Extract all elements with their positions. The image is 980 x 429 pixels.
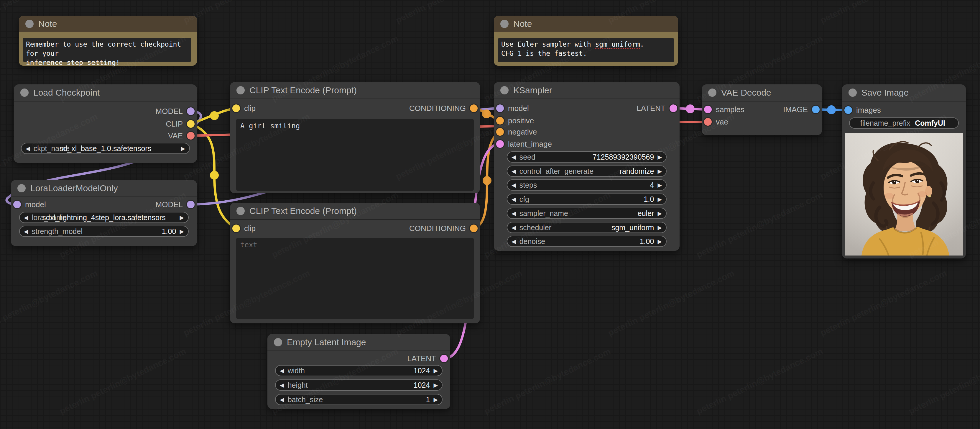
prompt-textarea[interactable]: text <box>236 238 474 319</box>
input-port-negative[interactable] <box>496 128 504 136</box>
widget-control-after-generate[interactable]: ◀ control_after_generate randomize ▶ <box>507 166 667 177</box>
node-status-dot[interactable] <box>500 20 509 28</box>
stepper-right-icon[interactable]: ▶ <box>657 239 662 244</box>
node-status-dot[interactable] <box>274 338 282 346</box>
widget-height[interactable]: ◀ height 1024 ▶ <box>275 380 442 391</box>
node-status-dot[interactable] <box>237 86 245 94</box>
link-dot-image[interactable] <box>827 105 836 114</box>
stepper-left-icon[interactable]: ◀ <box>512 211 516 216</box>
widget-cfg[interactable]: ◀ cfg 1.0 ▶ <box>507 193 667 205</box>
link-dot-clip-1[interactable] <box>210 111 219 120</box>
stepper-right-icon[interactable]: ▶ <box>180 215 184 220</box>
node-ksampler[interactable]: KSampler model positive negative latent_… <box>494 82 679 251</box>
node-clip-encode-positive[interactable]: CLIP Text Encode (Prompt) clip CONDITION… <box>230 82 480 193</box>
input-port-clip[interactable] <box>232 225 240 232</box>
output-port-model[interactable] <box>187 107 194 115</box>
link-dot-conditioning-2[interactable] <box>483 176 492 185</box>
node-status-dot[interactable] <box>500 86 509 94</box>
stepper-left-icon[interactable]: ◀ <box>24 215 28 220</box>
widget-strength-model[interactable]: ◀ strength_model 1.00 ▶ <box>19 226 189 237</box>
input-port-clip[interactable] <box>232 104 240 112</box>
node-header[interactable]: CLIP Text Encode (Prompt) <box>230 203 480 220</box>
node-status-dot[interactable] <box>237 207 245 215</box>
node-note-2-header[interactable]: Note <box>494 16 678 32</box>
input-port-samples[interactable] <box>704 105 712 113</box>
stepper-left-icon[interactable]: ◀ <box>280 383 284 388</box>
output-port-latent[interactable] <box>440 355 448 362</box>
stepper-right-icon[interactable]: ▶ <box>657 154 662 160</box>
node-header[interactable]: Empty Latent Image <box>267 334 450 351</box>
stepper-left-icon[interactable]: ◀ <box>25 146 30 152</box>
stepper-right-icon[interactable]: ▶ <box>433 368 438 373</box>
stepper-left-icon[interactable]: ◀ <box>512 169 516 174</box>
widget-sampler-name[interactable]: ◀ sampler_name euler ▶ <box>507 208 667 219</box>
node-note-1-header[interactable]: Note <box>19 16 197 32</box>
stepper-right-icon[interactable]: ▶ <box>433 397 438 402</box>
output-port-vae[interactable] <box>187 132 194 140</box>
stepper-left-icon[interactable]: ◀ <box>512 154 516 160</box>
widget-ckpt-name[interactable]: ◀ ckpt_name sd_xl_base_1.0.safetensors ▶ <box>21 143 190 154</box>
input-port-images[interactable] <box>845 106 852 114</box>
output-port-clip[interactable] <box>187 120 194 128</box>
output-port-model[interactable] <box>187 201 194 208</box>
input-port-model[interactable] <box>496 104 504 112</box>
node-header[interactable]: CLIP Text Encode (Prompt) <box>230 82 480 99</box>
input-port-vae[interactable] <box>704 118 712 126</box>
input-port-latent-image[interactable] <box>496 140 504 148</box>
stepper-left-icon[interactable]: ◀ <box>512 196 516 202</box>
stepper-right-icon[interactable]: ▶ <box>181 146 185 152</box>
node-note-1[interactable]: Note Remember to use the correct checkpo… <box>19 16 197 66</box>
node-empty-latent-image[interactable]: Empty Latent Image LATENT ◀ width 1024 ▶… <box>267 334 450 409</box>
widget-lora-name[interactable]: ◀ lora_name sdxl_lightning_4step_lora.sa… <box>19 212 189 223</box>
node-header[interactable]: Load Checkpoint <box>14 85 197 102</box>
node-note-2[interactable]: Note Use Euler sampler with sgm_uniform.… <box>494 16 678 66</box>
node-status-dot[interactable] <box>708 89 716 97</box>
widget-denoise[interactable]: ◀ denoise 1.00 ▶ <box>507 236 667 247</box>
node-lora-loader[interactable]: LoraLoaderModelOnly model MODEL ◀ lora_n… <box>11 180 197 246</box>
node-clip-encode-negative[interactable]: CLIP Text Encode (Prompt) clip CONDITION… <box>230 203 480 324</box>
widget-batch-size[interactable]: ◀ batch_size 1 ▶ <box>275 394 442 405</box>
stepper-right-icon[interactable]: ▶ <box>657 182 662 188</box>
stepper-right-icon[interactable]: ▶ <box>657 196 662 202</box>
node-header[interactable]: LoraLoaderModelOnly <box>11 180 197 197</box>
output-port-latent[interactable] <box>670 104 677 112</box>
node-save-image[interactable]: Save Image images filename_prefix ComfyU… <box>842 85 966 258</box>
stepper-right-icon[interactable]: ▶ <box>657 225 662 230</box>
link-dot-clip-2[interactable] <box>210 171 219 180</box>
input-port-positive[interactable] <box>496 117 504 124</box>
node-status-dot[interactable] <box>25 20 33 28</box>
stepper-left-icon[interactable]: ◀ <box>512 239 516 244</box>
comfyui-canvas[interactable]: { "icons": {"arrow_left": "◀", "arrow_ri… <box>0 0 980 429</box>
stepper-left-icon[interactable]: ◀ <box>280 397 284 402</box>
stepper-right-icon[interactable]: ▶ <box>657 169 662 174</box>
node-header[interactable]: Save Image <box>842 85 966 102</box>
stepper-right-icon[interactable]: ▶ <box>180 229 184 234</box>
widget-steps[interactable]: ◀ steps 4 ▶ <box>507 179 667 191</box>
stepper-left-icon[interactable]: ◀ <box>512 182 516 188</box>
stepper-left-icon[interactable]: ◀ <box>512 225 516 230</box>
widget-scheduler[interactable]: ◀ scheduler sgm_uniform ▶ <box>507 222 667 233</box>
link-dot-latent[interactable] <box>686 104 695 113</box>
prompt-textarea[interactable]: A girl smiling <box>236 119 474 191</box>
node-header[interactable]: VAE Decode <box>702 85 822 102</box>
link-dot-conditioning-1[interactable] <box>482 110 491 118</box>
widget-filename-prefix[interactable]: filename_prefix ComfyUI <box>849 117 959 129</box>
node-load-checkpoint[interactable]: Load Checkpoint MODEL CLIP VAE ◀ ckpt_na… <box>14 85 197 163</box>
stepper-left-icon[interactable]: ◀ <box>280 368 284 373</box>
stepper-right-icon[interactable]: ▶ <box>657 211 662 216</box>
node-status-dot[interactable] <box>18 184 25 192</box>
output-port-image[interactable] <box>812 105 819 113</box>
widget-width[interactable]: ◀ width 1024 ▶ <box>275 365 442 376</box>
node-status-dot[interactable] <box>20 89 29 97</box>
note-textarea[interactable]: Remember to use the correct checkpoint f… <box>23 38 191 62</box>
input-port-model[interactable] <box>13 201 21 208</box>
stepper-right-icon[interactable]: ▶ <box>433 383 438 388</box>
output-port-conditioning[interactable] <box>470 225 477 232</box>
node-status-dot[interactable] <box>848 89 857 97</box>
stepper-left-icon[interactable]: ◀ <box>24 229 28 234</box>
node-header[interactable]: KSampler <box>494 82 679 99</box>
note-textarea[interactable]: Use Euler sampler with sgm_uniform. CFG … <box>498 38 674 62</box>
output-port-conditioning[interactable] <box>470 104 477 112</box>
node-vae-decode[interactable]: VAE Decode samples vae IMAGE <box>702 85 822 135</box>
widget-seed[interactable]: ◀ seed 712589392390569 ▶ <box>507 152 667 163</box>
